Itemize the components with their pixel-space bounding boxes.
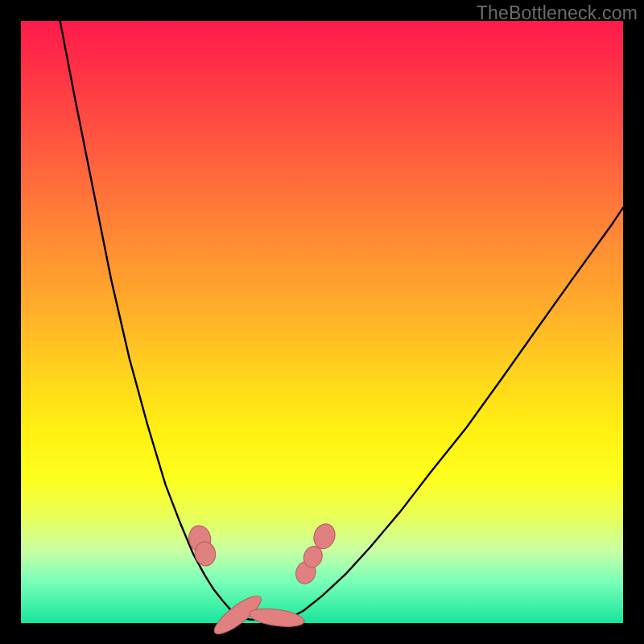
chart-frame [21,21,623,623]
curve-group [60,21,623,620]
bottleneck-curve [60,21,623,620]
marker-group [187,521,338,639]
chart-svg [21,21,623,623]
marker-pill-right [248,605,305,630]
